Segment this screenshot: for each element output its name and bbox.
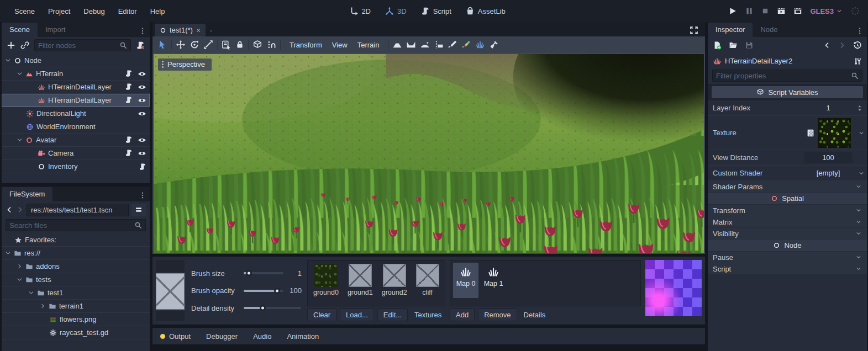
filter-nodes-field[interactable]	[38, 41, 117, 50]
new-scene-tab-button[interactable]	[206, 25, 217, 36]
filter-properties-input[interactable]	[712, 70, 862, 82]
scene-tree-row[interactable]: DirectionalLight	[2, 107, 150, 120]
object-history-button[interactable]	[853, 41, 862, 50]
bottom-tab-animation[interactable]: Animation	[287, 332, 319, 341]
scene-tree-row[interactable]: Camera	[2, 147, 150, 160]
select-tool-button[interactable]	[157, 40, 167, 50]
expand-arrow-icon[interactable]	[17, 276, 23, 283]
renderer-dropdown[interactable]: GLES3	[810, 7, 843, 15]
detail-density-slider[interactable]	[244, 307, 301, 309]
play-scene-button[interactable]	[777, 7, 786, 15]
terrain-color-tool-button[interactable]	[461, 40, 471, 50]
section-script[interactable]: Script	[708, 263, 867, 274]
stop-button[interactable]	[761, 7, 769, 15]
expand-arrow-icon[interactable]	[17, 137, 23, 143]
history-back-button[interactable]	[6, 206, 13, 214]
workspace-assetlib[interactable]: AssetLib	[461, 4, 510, 18]
scene-tree-row[interactable]: HTerrainDetailLayer	[2, 81, 150, 94]
history-prev-button[interactable]	[823, 41, 831, 49]
add-button[interactable]: Add	[450, 309, 475, 321]
map-tile-map1[interactable]: Map 1	[481, 263, 506, 298]
dock-menu-icon[interactable]	[139, 27, 146, 35]
viewport-menu-transform[interactable]: Transform	[285, 39, 327, 51]
instance-scene-button[interactable]	[20, 41, 29, 50]
script-icon[interactable]	[139, 163, 146, 171]
texture-slot-ground0[interactable]: ground0	[313, 264, 339, 296]
script-icon[interactable]	[125, 83, 133, 91]
terrain-level-tool-button[interactable]	[434, 40, 444, 50]
texture-slot-ground1[interactable]: ground1	[348, 264, 373, 296]
scale-tool-button[interactable]	[203, 40, 213, 50]
history-forward-button[interactable]	[16, 206, 24, 214]
pause-button[interactable]	[745, 7, 754, 15]
tab-inspector[interactable]: Inspector	[708, 23, 753, 37]
lock-node-button[interactable]	[235, 40, 244, 49]
clear-button[interactable]: Clear	[307, 309, 336, 321]
texture-slot-cliff[interactable]: cliff	[416, 264, 439, 296]
dock-menu-icon[interactable]	[856, 27, 864, 35]
scene-tree-row[interactable]: WorldEnvironment	[2, 120, 150, 134]
new-resource-button[interactable]	[713, 41, 722, 50]
search-files-field[interactable]	[9, 221, 132, 230]
tab-scene[interactable]: Scene	[2, 23, 38, 37]
tab-import[interactable]: Import	[38, 23, 73, 37]
history-next-button[interactable]	[838, 41, 846, 49]
expand-arrow-icon[interactable]	[17, 71, 23, 77]
close-icon[interactable]: ×	[196, 26, 201, 34]
menu-help[interactable]: Help	[144, 4, 172, 19]
workspace-3d[interactable]: 3D	[381, 4, 411, 18]
filesystem-tree-row[interactable]: addons	[2, 260, 150, 273]
expand-arrow-icon[interactable]	[40, 303, 46, 309]
play-custom-scene-button[interactable]	[793, 7, 802, 15]
script-icon[interactable]	[125, 136, 133, 143]
play-button[interactable]	[728, 7, 737, 15]
move-tool-button[interactable]	[176, 40, 186, 50]
filter-properties-field[interactable]	[716, 72, 849, 80]
terrain-smooth-tool-button[interactable]	[420, 40, 430, 50]
workspace-2d[interactable]: 2D	[345, 4, 375, 18]
tab-filesystem[interactable]: FileSystem	[2, 187, 52, 201]
filesystem-tree-row[interactable]: res://	[2, 247, 150, 260]
menu-scene[interactable]: Scene	[8, 4, 41, 19]
chevron-down-icon[interactable]	[858, 170, 865, 177]
clear-script-button[interactable]	[136, 41, 145, 50]
expand-arrow-icon[interactable]	[5, 57, 11, 63]
terrain-paint-tool-button[interactable]	[448, 40, 457, 50]
add-node-button[interactable]	[7, 41, 15, 50]
terrain-detail-tool-button[interactable]	[475, 40, 485, 50]
viewport-menu-view[interactable]: View	[327, 39, 353, 51]
toggle-split-mode-button[interactable]	[131, 204, 146, 216]
brush-size-slider[interactable]	[244, 272, 283, 274]
script-icon[interactable]	[125, 96, 133, 104]
details-button[interactable]: Details	[520, 309, 549, 321]
bottom-tab-output[interactable]: Output	[160, 332, 191, 341]
script-variables-header[interactable]: Script Variables	[712, 86, 863, 98]
dock-menu-icon[interactable]	[139, 192, 146, 199]
layer-index-value[interactable]: 1	[826, 104, 830, 112]
scene-tree-row[interactable]: HTerrainDetailLayer	[2, 94, 150, 107]
map-tile-map0[interactable]: Map 0	[453, 263, 478, 298]
terrain-erode-tool-button[interactable]	[489, 40, 499, 50]
script-icon[interactable]	[125, 149, 133, 157]
scene-tree-row[interactable]: Node	[2, 54, 150, 67]
current-path-field[interactable]	[27, 204, 129, 216]
visibility-eye-icon[interactable]	[138, 96, 146, 105]
workspace-script[interactable]: Script	[417, 4, 456, 18]
textures-label[interactable]: Textures	[411, 309, 445, 321]
visibility-eye-icon[interactable]	[138, 109, 146, 118]
view-distance-value[interactable]: 100	[804, 152, 853, 163]
expand-arrow-icon[interactable]	[28, 290, 34, 296]
visibility-eye-icon[interactable]	[138, 83, 146, 92]
search-files-input[interactable]	[6, 219, 146, 231]
filesystem-tree-row[interactable]: Favorites:	[2, 233, 150, 247]
skeleton-options-button[interactable]	[266, 40, 276, 50]
brush-shape-selected[interactable]	[156, 273, 185, 310]
expand-arrow-icon[interactable]	[5, 250, 11, 256]
texture-thumbnail[interactable]	[349, 264, 372, 287]
rotate-tool-button[interactable]	[190, 40, 199, 50]
object-tools-icon[interactable]	[853, 57, 862, 66]
filesystem-tree-row[interactable]: terrain1	[2, 300, 150, 313]
filesystem-tree-row[interactable]: tests	[2, 273, 150, 286]
perspective-menu[interactable]: Perspective	[158, 59, 212, 71]
bottom-tab-debugger[interactable]: Debugger	[206, 332, 238, 341]
